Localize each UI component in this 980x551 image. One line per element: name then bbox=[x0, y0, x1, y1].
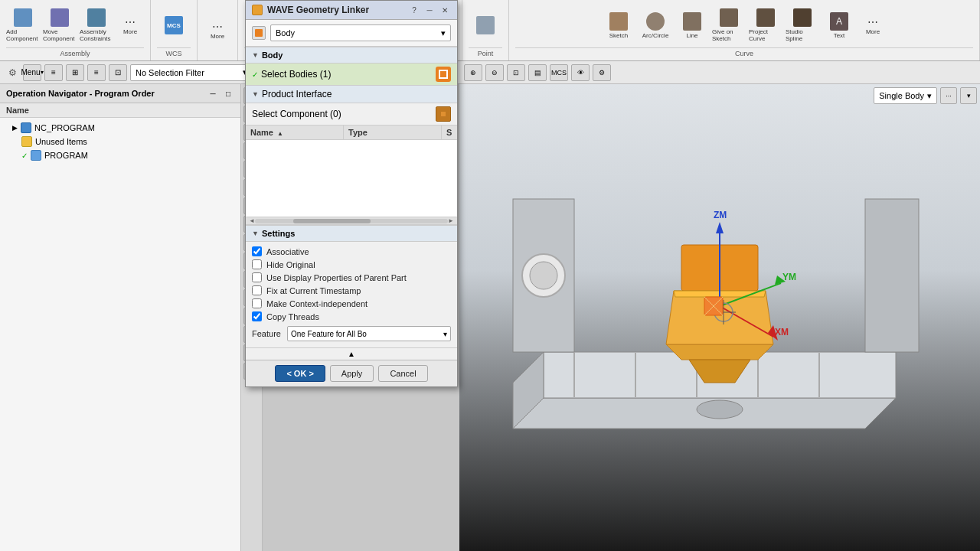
cancel-button[interactable]: Cancel bbox=[378, 365, 427, 382]
wcs-section: MCS WCS bbox=[151, 0, 198, 60]
give-on-sketch-button[interactable]: Give on Sketch bbox=[712, 7, 746, 44]
dialog-minimize-button[interactable]: ─ bbox=[423, 4, 436, 16]
fix-timestamp-label: Fix at Current Timestamp bbox=[266, 286, 361, 295]
apply-button[interactable]: Apply bbox=[330, 365, 374, 382]
viewport-expand-button[interactable]: ▾ bbox=[960, 87, 977, 104]
dialog-close-button[interactable]: ✕ bbox=[439, 4, 451, 16]
product-interface-row[interactable]: ▼ Product Interface bbox=[246, 86, 457, 103]
tree-item-unused[interactable]: Unused Items bbox=[0, 135, 240, 148]
associative-checkbox[interactable] bbox=[252, 246, 262, 256]
body-type-value: Body bbox=[276, 28, 295, 37]
program-label: PROGRAM bbox=[44, 151, 88, 160]
project-curve-button[interactable]: Project Curve bbox=[749, 7, 782, 44]
copy-threads-checkbox-row[interactable]: Copy Threads bbox=[252, 310, 451, 323]
curve-section: Sketch Arc/Circle Line Give on Sketch Pr… bbox=[509, 0, 980, 60]
arc-circle-button[interactable]: Arc/Circle bbox=[639, 7, 672, 44]
product-interface-collapse: ▼ bbox=[252, 90, 259, 98]
panel-header-icons: ─ □ bbox=[207, 87, 234, 99]
body-icon bbox=[252, 26, 266, 40]
panel-header: Operation Navigator - Program Order ─ □ bbox=[0, 84, 240, 103]
toolbar-btn-3[interactable]: ≡ bbox=[87, 64, 106, 81]
scroll-up-button[interactable]: ▲ bbox=[348, 350, 355, 358]
line-button[interactable]: Line bbox=[675, 7, 709, 44]
feature-dropdown[interactable]: One Feature for All Bo ▾ bbox=[287, 326, 451, 341]
wcs-button[interactable]: MCS bbox=[157, 7, 191, 44]
add-component-button[interactable]: Add Component bbox=[6, 7, 40, 44]
viewport-more-button[interactable]: ··· bbox=[940, 87, 957, 104]
move-component-button[interactable]: Move Component bbox=[43, 7, 77, 44]
wcs-label: WCS bbox=[157, 47, 191, 57]
move-component-label: Move Component bbox=[43, 28, 77, 42]
program-check-icon: ✓ bbox=[21, 152, 28, 160]
body-section-header[interactable]: ▼ Body bbox=[246, 47, 457, 64]
hide-original-checkbox-row[interactable]: Hide Original bbox=[252, 258, 451, 271]
vp-btn-4[interactable]: ▤ bbox=[528, 64, 547, 81]
copy-threads-checkbox[interactable] bbox=[252, 311, 262, 321]
toolbar-btn-4[interactable]: ⊡ bbox=[109, 64, 127, 81]
nc-program-icon bbox=[21, 122, 31, 133]
assembly-constraints-button[interactable]: Assembly Constraints bbox=[80, 7, 113, 44]
vp-btn-5[interactable]: MCS bbox=[550, 64, 568, 81]
text-button[interactable]: A Text bbox=[822, 7, 856, 44]
tree-item-nc-program[interactable]: ▶ NC_PROGRAM bbox=[0, 121, 240, 135]
scroll-right-arrow[interactable]: ► bbox=[448, 217, 454, 224]
sketch-button[interactable]: Sketch bbox=[602, 7, 635, 44]
studio-spline-button[interactable]: Studio Spline bbox=[786, 7, 819, 44]
more-section: ⋯ More bbox=[198, 0, 238, 60]
use-display-checkbox-row[interactable]: Use Display Properties of Parent Part bbox=[252, 271, 451, 284]
feature-arrow: ▾ bbox=[443, 330, 447, 338]
svg-text:ZM: ZM bbox=[714, 210, 727, 220]
vp-btn-3[interactable]: ⊡ bbox=[507, 64, 525, 81]
viewport: Single Body ▾ ··· ▾ bbox=[459, 84, 980, 551]
settings-section-header[interactable]: ▼ Settings bbox=[246, 225, 457, 242]
svg-rect-0 bbox=[439, 70, 447, 78]
dialog-help-button[interactable]: ? bbox=[408, 4, 420, 16]
context-independent-checkbox[interactable] bbox=[252, 298, 262, 308]
scroll-up-area: ▲ bbox=[246, 347, 457, 360]
toolbar-btn-1[interactable]: ≡ bbox=[44, 64, 63, 81]
move-component-icon bbox=[51, 8, 69, 27]
hide-original-checkbox[interactable] bbox=[252, 259, 262, 269]
select-component-row[interactable]: Select Component (0) bbox=[246, 103, 457, 126]
assembly-label: Assembly bbox=[6, 47, 144, 57]
feature-label: Feature bbox=[252, 329, 281, 338]
vp-btn-6[interactable]: 👁 bbox=[571, 64, 590, 81]
use-display-checkbox[interactable] bbox=[252, 272, 262, 282]
vp-btn-2[interactable]: ⊖ bbox=[485, 64, 504, 81]
vp-btn-1[interactable]: ⊕ bbox=[464, 64, 482, 81]
project-curve-icon bbox=[756, 8, 775, 27]
body-type-dropdown[interactable]: Body ▾ bbox=[270, 24, 451, 41]
menu-button[interactable]: Menu ▾ bbox=[23, 64, 41, 81]
add-component-label: Add Component bbox=[6, 28, 40, 42]
more-button[interactable]: ⋯ More bbox=[204, 12, 231, 49]
fix-timestamp-checkbox-row[interactable]: Fix at Current Timestamp bbox=[252, 284, 451, 297]
single-body-dropdown[interactable]: Single Body ▾ bbox=[874, 87, 937, 104]
associative-checkbox-row[interactable]: Associative bbox=[252, 245, 451, 258]
body-collapse-arrow: ▼ bbox=[252, 51, 259, 59]
scrollbar-track[interactable] bbox=[255, 219, 448, 223]
table-col-s: S bbox=[442, 126, 457, 139]
toolbar-btn-2[interactable]: ⊞ bbox=[66, 64, 84, 81]
curve-more-button[interactable]: ⋯ More bbox=[859, 7, 887, 44]
context-independent-checkbox-row[interactable]: Make Context-independent bbox=[252, 297, 451, 310]
point-button[interactable] bbox=[469, 7, 502, 44]
settings-gear-icon[interactable]: ⚙ bbox=[5, 65, 20, 80]
table-scrollbar: ◄ ► bbox=[246, 217, 457, 224]
copy-threads-label: Copy Threads bbox=[266, 312, 319, 321]
dialog-footer: < OK > Apply Cancel bbox=[246, 360, 457, 386]
fix-timestamp-checkbox[interactable] bbox=[252, 285, 262, 295]
panel-minimize-icon[interactable]: ─ bbox=[207, 87, 219, 99]
svg-rect-2 bbox=[441, 112, 446, 116]
assembly-more-button[interactable]: ⋯ More bbox=[116, 7, 144, 44]
menu-arrow: ▾ bbox=[41, 69, 44, 76]
select-component-label: Select Component (0) bbox=[252, 109, 341, 119]
tree-item-program[interactable]: ✓ PROGRAM bbox=[0, 148, 240, 162]
assembly-constraints-label: Assembly Constraints bbox=[80, 28, 113, 42]
select-bodies-row[interactable]: ✓ Select Bodies (1) bbox=[246, 64, 457, 86]
scroll-left-arrow[interactable]: ◄ bbox=[249, 217, 255, 224]
sketch-icon bbox=[609, 12, 628, 31]
selection-filter-dropdown[interactable]: No Selection Filter ▾ bbox=[130, 64, 253, 81]
vp-btn-7[interactable]: ⚙ bbox=[593, 64, 611, 81]
ok-button[interactable]: < OK > bbox=[275, 365, 325, 382]
panel-restore-icon[interactable]: □ bbox=[222, 87, 234, 99]
